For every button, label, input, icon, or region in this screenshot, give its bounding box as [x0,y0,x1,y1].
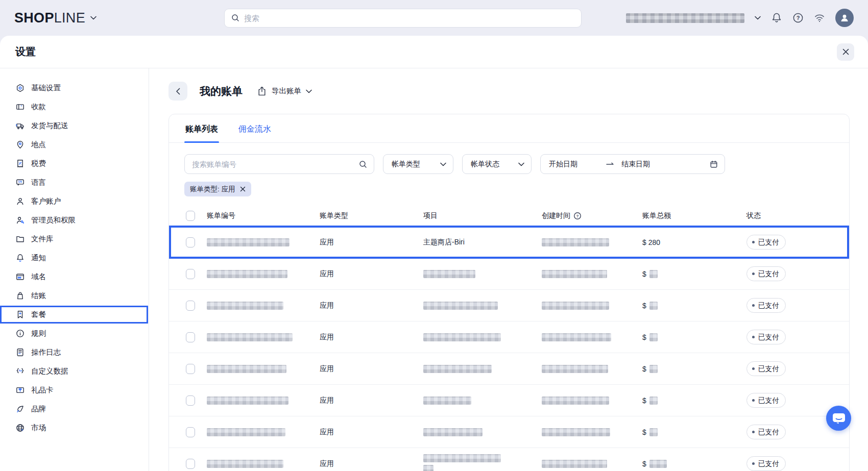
store-chevron-down-icon[interactable] [755,16,761,20]
row-checkbox[interactable] [186,332,195,342]
gift-card-icon [16,386,25,394]
sidebar-item-locations[interactable]: 地点 [0,135,149,154]
chevron-down-icon [90,16,97,20]
settings-icon [16,84,25,92]
project-redacted [423,301,542,310]
sidebar-item-label: 语言 [31,178,46,187]
network-status-icon[interactable] [814,12,825,23]
sidebar-item-label: 礼品卡 [31,385,54,395]
sidebar-item-custom-data[interactable]: Aa 自定义数据 [0,362,149,381]
created-time-redacted [542,333,642,341]
rules-icon [16,329,25,338]
bill-search[interactable] [184,154,374,174]
close-icon [842,48,849,55]
sidebar-item-label: 发货与配送 [31,121,68,131]
status-badge: 已支付 [746,456,786,471]
row-checkbox[interactable] [186,459,195,469]
shopline-logo-text: SHOPLINE [14,10,85,26]
bill-amount: $ [642,302,746,310]
row-checkbox[interactable] [186,364,195,374]
global-search-input[interactable] [244,14,574,22]
back-button[interactable] [168,82,187,101]
svg-text:?: ? [576,214,579,218]
sidebar-item-shipping[interactable]: 发货与配送 [0,116,149,135]
sidebar-item-files[interactable]: 文件库 [0,230,149,249]
created-time-redacted [542,269,642,278]
sidebar-item-plan[interactable]: 套餐 [0,305,149,324]
project-redacted [423,428,542,436]
project-redacted [423,333,542,341]
table-row[interactable]: 应用 $ 已支付 [169,416,849,448]
select-all-checkbox[interactable] [186,211,195,221]
export-label: 导出账单 [272,86,301,96]
sidebar-item-label: 操作日志 [31,348,61,357]
table-row[interactable]: 应用 主题商店-Biri $ 280 已支付 [169,227,849,258]
sidebar-item-payments[interactable]: 收款 [0,97,149,116]
tab-bill-list[interactable]: 账单列表 [184,114,219,142]
row-checkbox[interactable] [186,427,195,437]
help-icon[interactable]: ? [573,212,582,220]
help-icon[interactable]: ? [792,12,804,23]
row-checkbox[interactable] [186,395,195,406]
table-row[interactable]: 应用 $ 已支付 [169,385,849,416]
sidebar-item-operation-log[interactable]: 操作日志 [0,343,149,362]
date-start-label: 开始日期 [549,160,606,169]
settings-title: 设置 [15,45,36,59]
sidebar-item-taxes[interactable]: 税费 [0,154,149,173]
sidebar-item-label: 客户账户 [31,196,61,206]
sidebar-item-markets[interactable]: 市场 [0,418,149,437]
support-chat-button[interactable] [826,406,851,431]
status-dot-icon [752,462,755,465]
global-search[interactable] [224,9,582,28]
sidebar-item-gift-cards[interactable]: 礼品卡 [0,381,149,400]
sidebar-item-notifications[interactable]: 通知 [0,249,149,267]
remove-filter-icon[interactable] [240,186,246,192]
col-created-time-label: 创建时间 [542,211,570,220]
status-cell: 已支付 [746,298,834,313]
table-row[interactable]: 应用 $ 已支付 [169,448,849,471]
sidebar-item-languages[interactable]: EN 语言 [0,173,149,192]
notification-bell-icon[interactable] [771,12,782,23]
bill-type-select[interactable]: 帐单类型 [383,154,453,174]
status-badge: 已支付 [746,235,786,250]
close-settings-button[interactable] [837,43,854,61]
sidebar-item-customer-accounts[interactable]: 客户账户 [0,192,149,211]
table-row[interactable]: 应用 $ 已支付 [169,290,849,321]
svg-text:?: ? [797,15,800,21]
search-icon [231,14,239,22]
sidebar-item-domains[interactable]: 域名 [0,267,149,286]
sidebar-item-checkout[interactable]: 结账 [0,286,149,305]
payments-icon [16,103,25,111]
calendar-icon [710,160,718,168]
row-checkbox[interactable] [186,301,195,311]
row-checkbox[interactable] [186,269,195,279]
table-row[interactable]: 应用 $ 已支付 [169,258,849,290]
settings-panel: 设置 基础设置 收款 发货与配送 [0,36,868,471]
bill-type: 应用 [320,269,423,279]
sidebar-item-label: 地点 [31,140,46,150]
table-row[interactable]: 应用 $ 已支付 [169,321,849,353]
svg-text:EN: EN [18,181,22,183]
bill-amount: $ [642,396,746,405]
bill-status-select[interactable]: 帐单状态 [462,154,532,174]
col-total-amount: 账单总额 [642,211,746,220]
export-bills-button[interactable]: 导出账单 [257,86,312,96]
bill-number-redacted [207,459,320,468]
bill-search-input[interactable] [192,160,359,168]
shopline-logo[interactable]: SHOPLINE [14,10,97,26]
sidebar-item-basic-settings[interactable]: 基础设置 [0,79,149,97]
filter-bar: 帐单类型 帐单状态 开始日期 结束日期 [169,143,849,174]
row-checkbox[interactable] [186,237,195,247]
search-icon[interactable] [359,160,367,168]
filter-tag-bill-type[interactable]: 账单类型: 应用 [184,182,251,196]
sidebar-item-admin-permissions[interactable]: 管理员和权限 [0,211,149,230]
sidebar-item-brand[interactable]: 品牌 [0,400,149,418]
sidebar-item-rules[interactable]: 规则 [0,324,149,343]
page-title: 我的账单 [200,84,243,98]
status-cell: 已支付 [746,266,834,281]
tab-commission-flow[interactable]: 佣金流水 [237,114,272,142]
sidebar-item-label: 规则 [31,329,46,338]
account-avatar[interactable] [835,9,854,27]
date-range-picker[interactable]: 开始日期 结束日期 [540,154,725,174]
table-row[interactable]: 应用 $ 已支付 [169,353,849,385]
